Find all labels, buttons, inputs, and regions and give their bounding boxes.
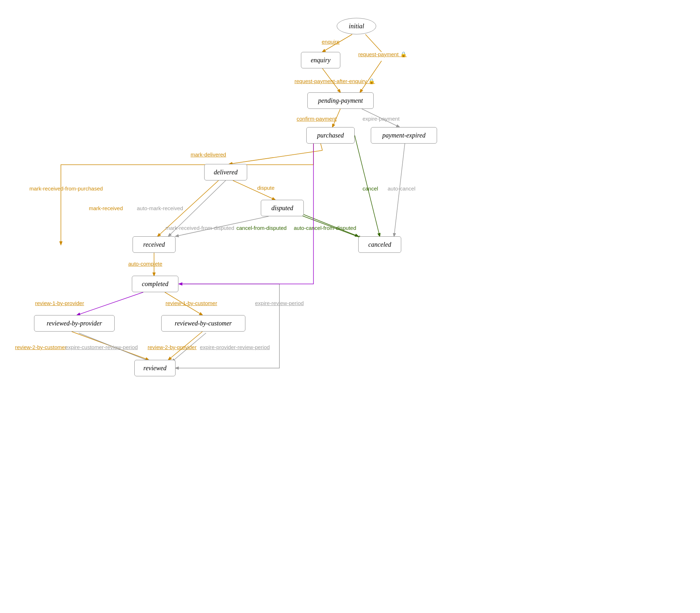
node-reviewed: reviewed (134, 360, 176, 376)
edge-label-confirm-payment: confirm-payment (297, 116, 337, 122)
edge-label-review-1-by-customer: review-1-by-customer (166, 300, 217, 306)
edge-label-mark-received: mark-received (89, 205, 123, 211)
diagram-container: initial enquiry pending-payment purchase… (0, 0, 700, 613)
node-enquiry: enquiry (301, 52, 340, 68)
node-purchased: purchased (306, 127, 355, 144)
node-completed: completed (132, 276, 178, 292)
svg-line-17 (77, 292, 143, 315)
edge-label-expire-payment: expire-payment (363, 116, 399, 122)
edge-label-request-payment-after-enquiry: request-payment-after-enquiry 🔒 (294, 78, 375, 85)
diagram-svg (0, 0, 700, 613)
edge-label-expire-review-period: expire-review-period (255, 300, 304, 306)
node-pending-payment: pending-payment (307, 92, 374, 109)
node-delivered: delivered (204, 164, 247, 180)
edge-label-mark-received-from-disputed: mark-received-from-disputed (166, 225, 234, 231)
edge-label-cancel: cancel (363, 185, 378, 192)
edge-label-enquire: enquire (322, 39, 340, 45)
edge-label-mark-delivered: mark-delivered (191, 151, 226, 158)
edge-label-expire-provider-review-period: expire-provider-review-period (200, 344, 270, 350)
edge-label-auto-complete: auto-complete (128, 261, 162, 267)
node-received: received (133, 236, 176, 253)
edge-label-expire-customer-review-period: expire-customer-review-period (65, 344, 138, 350)
edge-label-review-2-by-customer: review-2-by-customer (15, 344, 67, 350)
node-canceled: canceled (358, 236, 401, 253)
svg-line-1 (365, 34, 382, 52)
node-reviewed-by-customer: reviewed-by-customer (161, 315, 245, 332)
svg-line-2 (360, 61, 382, 92)
node-disputed: disputed (261, 200, 304, 216)
node-reviewed-by-provider: reviewed-by-provider (34, 315, 115, 332)
edge-label-cancel-from-disputed: cancel-from-disputed (236, 225, 287, 231)
edge-label-mark-received-from-purchased: mark-received-from-purchased (29, 185, 103, 192)
edge-label-auto-cancel-from-disputed: auto-cancel-from-disputed (294, 225, 356, 231)
edge-label-auto-cancel: auto-cancel (388, 185, 416, 192)
node-initial: initial (337, 18, 376, 34)
edge-label-dispute: dispute (257, 185, 274, 191)
edge-label-auto-mark-received: auto-mark-received (137, 205, 183, 211)
svg-line-6 (321, 144, 322, 150)
node-payment-expired: payment-expired (371, 127, 437, 144)
edge-label-review-1-by-provider: review-1-by-provider (35, 300, 84, 306)
edge-label-review-2-by-provider: review-2-by-provider (148, 344, 197, 350)
svg-line-7 (229, 150, 322, 164)
edge-label-request-payment: request-payment 🔒 (358, 51, 407, 58)
